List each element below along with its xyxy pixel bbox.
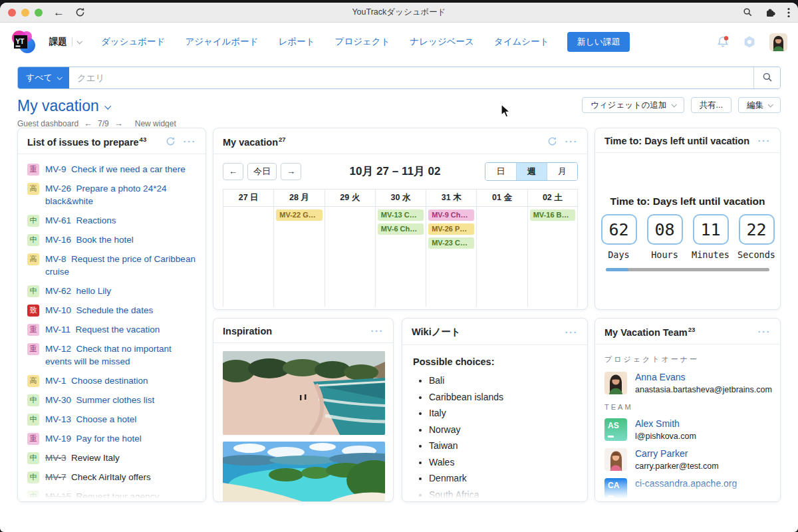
issue-row[interactable]: 高MV-26 Prepare a photo 24*24 black&white xyxy=(27,182,196,207)
calendar-event[interactable]: MV-23 C… xyxy=(428,237,474,249)
dashboard-title[interactable]: My vacation xyxy=(17,97,176,115)
close-window-button[interactable] xyxy=(8,9,16,17)
day-cell[interactable] xyxy=(223,207,273,307)
refresh-button[interactable] xyxy=(166,136,176,146)
day-cell[interactable]: MV-16 B… xyxy=(527,207,578,307)
issue-row[interactable]: 重MV-9 Check if we need a car there xyxy=(27,163,196,176)
issue-row[interactable]: 重MV-11 Request the vacation xyxy=(27,323,196,336)
new-issue-button[interactable]: 新しい課題 xyxy=(567,32,630,52)
browser-extensions-button[interactable] xyxy=(765,7,775,18)
issue-summary-link[interactable]: Request the vacation xyxy=(76,325,160,334)
view-day-button[interactable]: 日 xyxy=(485,163,516,180)
issue-id-link[interactable]: MV-13 xyxy=(45,414,71,424)
day-cell[interactable]: MV-9 Ch… MV-26 P… MV-23 C… xyxy=(426,207,476,307)
issue-summary-link[interactable]: hello Lily xyxy=(76,286,112,296)
issue-summary-link[interactable]: Book the hotel xyxy=(76,235,134,245)
issue-id-link[interactable]: MV-1 xyxy=(45,376,66,386)
issue-id-link[interactable]: MV-26 xyxy=(45,184,71,194)
issue-summary-link[interactable]: Reactions xyxy=(76,215,116,225)
widget-menu-button[interactable]: ··· xyxy=(184,138,197,145)
issue-row[interactable]: 重MV-12 Check that no important events wi… xyxy=(27,342,196,368)
nav-item-issues[interactable]: 課題 xyxy=(49,36,81,48)
issue-id-link[interactable]: MV-62 xyxy=(45,286,71,296)
calendar-event[interactable]: MV-9 Ch… xyxy=(428,209,474,221)
issue-row[interactable]: 中MV-7 Check AirItaly offers xyxy=(27,471,196,483)
settings-button[interactable] xyxy=(743,35,756,49)
nav-item-knowledge-base[interactable]: ナレッジベース xyxy=(410,36,473,48)
issue-row[interactable]: 中MV-3 Review Italy xyxy=(27,452,196,464)
issue-row[interactable]: 中MV-30 Summer clothes list xyxy=(27,394,196,406)
issue-id-link[interactable]: MV-9 xyxy=(45,164,66,174)
member-name-link[interactable]: ci-cassandra.apache.org xyxy=(635,478,737,489)
calendar-event[interactable]: MV-16 B… xyxy=(530,209,575,221)
calendar-event[interactable]: MV-22 G… xyxy=(276,209,322,221)
calendar-event[interactable]: MV-13 C… xyxy=(378,209,424,221)
view-month-button[interactable]: 月 xyxy=(547,163,577,180)
issue-summary-link[interactable]: Choose a hotel xyxy=(76,414,137,424)
issue-row[interactable]: 中MV-15 Request tour agency recommendatio… xyxy=(27,490,196,502)
issue-id-link[interactable]: MV-12 xyxy=(45,344,71,354)
zoom-window-button[interactable] xyxy=(35,9,43,17)
new-widget-link[interactable]: New widget xyxy=(135,119,176,128)
refresh-button[interactable] xyxy=(547,136,557,146)
youtrack-logo[interactable]: YT xyxy=(11,29,36,55)
edit-button[interactable]: 編集 xyxy=(738,97,781,113)
search-submit-button[interactable] xyxy=(753,67,780,88)
issue-summary-link[interactable]: Choose destination xyxy=(71,376,148,386)
search-scope-button[interactable]: すべて xyxy=(18,67,69,88)
calendar-event[interactable]: MV-6 Ch… xyxy=(378,223,424,235)
day-cell[interactable]: MV-13 C… MV-6 Ch… xyxy=(375,207,426,307)
dashboard-prev-button[interactable]: ← xyxy=(84,118,92,128)
issue-row[interactable]: 重MV-19 Pay for the hotel xyxy=(27,432,196,445)
add-widget-button[interactable]: ウィジェットの追加 xyxy=(582,97,684,113)
browser-back-button[interactable]: ← xyxy=(53,7,65,18)
issue-row[interactable]: 中MV-61 Reactions xyxy=(27,214,196,227)
issue-summary-link[interactable]: Pay for the hotel xyxy=(76,434,142,444)
issue-id-link[interactable]: MV-16 xyxy=(45,235,71,245)
issue-row[interactable]: 高MV-1 Choose destination xyxy=(27,374,196,387)
share-button[interactable]: 共有... xyxy=(691,97,732,113)
issue-summary-link[interactable]: Review Italy xyxy=(71,453,120,463)
calendar-event[interactable]: MV-26 P… xyxy=(428,223,474,235)
user-avatar[interactable] xyxy=(769,33,787,51)
issue-id-link[interactable]: MV-61 xyxy=(45,215,71,225)
day-cell[interactable] xyxy=(476,207,527,307)
calendar-prev-button[interactable]: ← xyxy=(223,163,243,180)
member-name-link[interactable]: Carry Parker xyxy=(635,448,719,460)
nav-item-timesheets[interactable]: タイムシート xyxy=(494,36,549,48)
issue-id-link[interactable]: MV-7 xyxy=(45,472,66,482)
nav-item-reports[interactable]: レポート xyxy=(279,36,315,48)
issue-row[interactable]: 中MV-62 hello Lily xyxy=(27,285,196,297)
search-input[interactable] xyxy=(69,67,753,88)
issue-id-link[interactable]: MV-3 xyxy=(45,453,66,463)
issue-row[interactable]: 高MV-8 Request the price of Caribbean cru… xyxy=(27,253,196,278)
view-week-button[interactable]: 週 xyxy=(516,163,547,180)
browser-find-button[interactable] xyxy=(743,7,753,17)
widget-menu-button[interactable]: ··· xyxy=(758,138,771,144)
nav-item-agile-boards[interactable]: アジャイルボード xyxy=(185,36,258,48)
minimize-window-button[interactable] xyxy=(21,9,29,17)
issue-summary-link[interactable]: Schedule the dates xyxy=(76,305,154,315)
browser-reload-button[interactable] xyxy=(75,7,85,17)
issue-summary-link[interactable]: Summer clothes list xyxy=(76,395,155,405)
calendar-next-button[interactable]: → xyxy=(281,163,301,180)
issue-row[interactable]: 中MV-16 Book the hotel xyxy=(27,233,196,246)
member-name-link[interactable]: Alex Smith xyxy=(635,418,696,430)
browser-menu-button[interactable] xyxy=(787,7,790,18)
widget-menu-button[interactable]: ··· xyxy=(758,329,771,335)
issue-id-link[interactable]: MV-10 xyxy=(45,305,71,315)
widget-menu-button[interactable]: ··· xyxy=(565,138,579,145)
member-name-link[interactable]: Anna Evans xyxy=(635,372,772,383)
issue-id-link[interactable]: MV-8 xyxy=(45,254,66,264)
day-cell[interactable] xyxy=(325,207,375,307)
day-cell[interactable]: MV-22 G… xyxy=(273,207,324,307)
dashboard-next-button[interactable]: → xyxy=(114,118,123,128)
issue-id-link[interactable]: MV-30 xyxy=(45,395,71,405)
issue-id-link[interactable]: MV-11 xyxy=(45,325,70,334)
issue-row[interactable]: 中MV-13 Choose a hotel xyxy=(27,413,196,426)
calendar-today-button[interactable]: 今日 xyxy=(247,163,277,180)
issue-id-link[interactable]: MV-19 xyxy=(45,434,71,444)
nav-item-dashboards[interactable]: ダッシュボード xyxy=(101,36,165,48)
issue-row[interactable]: 致MV-10 Schedule the dates xyxy=(27,304,196,317)
nav-item-projects[interactable]: プロジェクト xyxy=(335,36,390,48)
